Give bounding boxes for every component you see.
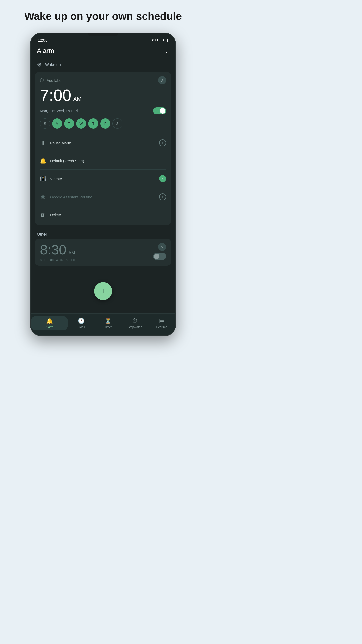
delete-icon: 🗑 — [40, 212, 46, 218]
vibrate-row[interactable]: 📳 Vibrate ✓ — [40, 172, 166, 186]
google-assistant-left: ◉ Google Assistant Routine — [40, 194, 92, 200]
day-saturday[interactable]: S — [112, 118, 122, 129]
alarm-1-time-display: 7:00 — [40, 87, 71, 103]
power-button[interactable] — [175, 84, 176, 104]
chevron-down-icon: ∨ — [161, 244, 164, 250]
vibrate-label: Vibrate — [50, 177, 62, 181]
pause-alarm-left: ⏸ Pause alarm — [40, 140, 71, 146]
vibrate-check[interactable]: ✓ — [159, 175, 166, 182]
alarm-2-info: 8:30 AM Mon, Tue, Wed, Thu, Fri — [40, 243, 75, 262]
bedtime-nav-label: Bedtime — [156, 325, 167, 329]
alarm-1-collapse-button[interactable]: ∧ — [158, 76, 166, 84]
page-headline: Wake up on your own schedule — [24, 10, 182, 23]
chevron-up-icon: ∧ — [161, 77, 164, 83]
bedtime-nav-icon: 🛏 — [159, 318, 165, 324]
pause-alarm-icon: ⏸ — [40, 140, 46, 146]
clock-nav-label: Clock — [77, 325, 85, 329]
pause-alarm-row[interactable]: ⏸ Pause alarm + — [40, 136, 166, 150]
bell-icon: 🔔 — [40, 158, 46, 164]
divider-3 — [40, 169, 166, 170]
pause-alarm-label: Pause alarm — [50, 141, 71, 145]
day-monday[interactable]: M — [52, 118, 62, 129]
stopwatch-nav-label: Stopwatch — [128, 325, 142, 329]
google-assistant-icon: ◉ — [40, 194, 46, 200]
alarm-1-days-text: Mon, Tue, Wed, Thu, Fri — [40, 109, 78, 113]
google-assistant-label: Google Assistant Routine — [50, 195, 92, 199]
alarm-2-time-display: 8:30 — [40, 243, 66, 256]
alarm-2-collapse-button[interactable]: ∨ — [158, 243, 166, 251]
alarm-nav-label: Alarm — [46, 325, 53, 329]
label-icon: ⬡ — [40, 77, 44, 83]
status-time: 12:00 — [38, 38, 48, 42]
nav-item-alarm[interactable]: 🔔 Alarm — [31, 316, 68, 330]
vibrate-left: 📳 Vibrate — [40, 176, 62, 182]
day-sunday[interactable]: S — [40, 118, 50, 129]
alarm-1-card: ⬡ Add label ∧ 7:00 AM Mon, Tue, Wed, Thu… — [35, 72, 171, 225]
pause-alarm-add-button[interactable]: + — [159, 139, 166, 146]
signal-icon: ▲ — [162, 38, 165, 42]
clock-nav-icon: 🕐 — [78, 318, 85, 324]
lte-label: LTE — [155, 38, 161, 42]
add-alarm-fab[interactable]: + — [94, 282, 112, 300]
bottom-nav: 🔔 Alarm 🕐 Clock ⏳ Timer ⏱ Stopwatch 🛏 Be… — [31, 313, 175, 335]
day-tuesday[interactable]: T — [64, 118, 74, 129]
divider-5 — [40, 206, 166, 206]
stopwatch-nav-icon: ⏱ — [132, 318, 138, 324]
sound-row[interactable]: 🔔 Default (Fresh Start) — [40, 154, 166, 167]
alarm-2-card: 8:30 AM Mon, Tue, Wed, Thu, Fri ∨ — [35, 239, 171, 266]
alarm-1-toggle-thumb — [160, 108, 165, 114]
alarm-2-time[interactable]: 8:30 AM — [40, 243, 75, 256]
alarm-2-days: Mon, Tue, Wed, Thu, Fri — [40, 258, 75, 262]
alarm-1-days-row: Mon, Tue, Wed, Thu, Fri — [40, 107, 166, 114]
alarm-1-ampm: AM — [73, 96, 82, 102]
google-assistant-row[interactable]: ◉ Google Assistant Routine + — [40, 190, 166, 204]
delete-row[interactable]: 🗑 Delete — [40, 208, 166, 221]
sound-label: Default (Fresh Start) — [50, 159, 84, 163]
sound-left: 🔔 Default (Fresh Start) — [40, 158, 84, 164]
nav-item-bedtime[interactable]: 🛏 Bedtime — [148, 318, 175, 329]
status-bar: 12:00 ▾ LTE ▲ ▮ — [31, 33, 175, 44]
alarm-1-label-row[interactable]: ⬡ Add label — [40, 77, 62, 83]
delete-label: Delete — [50, 213, 61, 217]
alarm-2-toggle[interactable] — [153, 253, 166, 260]
alarm-nav-icon: 🔔 — [46, 318, 53, 324]
nav-item-stopwatch[interactable]: ⏱ Stopwatch — [121, 318, 148, 329]
day-wednesday[interactable]: W — [76, 118, 86, 129]
alarm-2-toggle-thumb — [154, 254, 159, 259]
vibrate-icon: 📳 — [40, 176, 46, 182]
wifi-icon: ▾ — [152, 38, 154, 42]
divider-2 — [40, 152, 166, 152]
day-friday[interactable]: F — [100, 118, 110, 129]
divider-1 — [40, 134, 166, 134]
delete-left: 🗑 Delete — [40, 212, 61, 218]
app-title: Alarm — [37, 47, 54, 55]
nav-item-clock[interactable]: 🕐 Clock — [68, 318, 95, 329]
day-thursday[interactable]: T — [88, 118, 98, 129]
timer-nav-label: Timer — [104, 325, 112, 329]
google-assistant-add-button[interactable]: + — [159, 193, 166, 200]
alarm-2-header: 8:30 AM Mon, Tue, Wed, Thu, Fri ∨ — [40, 243, 166, 262]
status-icons: ▾ LTE ▲ ▮ — [152, 38, 168, 42]
app-bar: Alarm ⋮ — [31, 44, 175, 60]
alarm-1-toggle[interactable] — [153, 107, 166, 114]
more-options-button[interactable]: ⋮ — [164, 48, 169, 54]
sun-icon: ☀ — [37, 62, 42, 68]
timer-nav-icon: ⏳ — [105, 318, 111, 324]
alarm-1-day-circles: S M T W T F S — [40, 118, 166, 129]
battery-icon: ▮ — [166, 38, 168, 42]
alarm-2-ampm: AM — [68, 250, 75, 256]
wake-label-text: Wake up — [45, 63, 61, 67]
alarm-1-header: ⬡ Add label ∧ — [40, 76, 166, 84]
other-section-label: Other — [31, 229, 175, 239]
add-label-text[interactable]: Add label — [47, 78, 62, 83]
divider-4 — [40, 188, 166, 188]
alarm-1-time[interactable]: 7:00 AM — [40, 87, 166, 103]
wake-section-label: ☀ Wake up — [31, 60, 175, 72]
screen: 12:00 ▾ LTE ▲ ▮ Alarm ⋮ ☀ Wake up — [31, 33, 175, 335]
nav-item-timer[interactable]: ⏳ Timer — [95, 318, 122, 329]
phone-frame: 12:00 ▾ LTE ▲ ▮ Alarm ⋮ ☀ Wake up — [30, 33, 176, 336]
